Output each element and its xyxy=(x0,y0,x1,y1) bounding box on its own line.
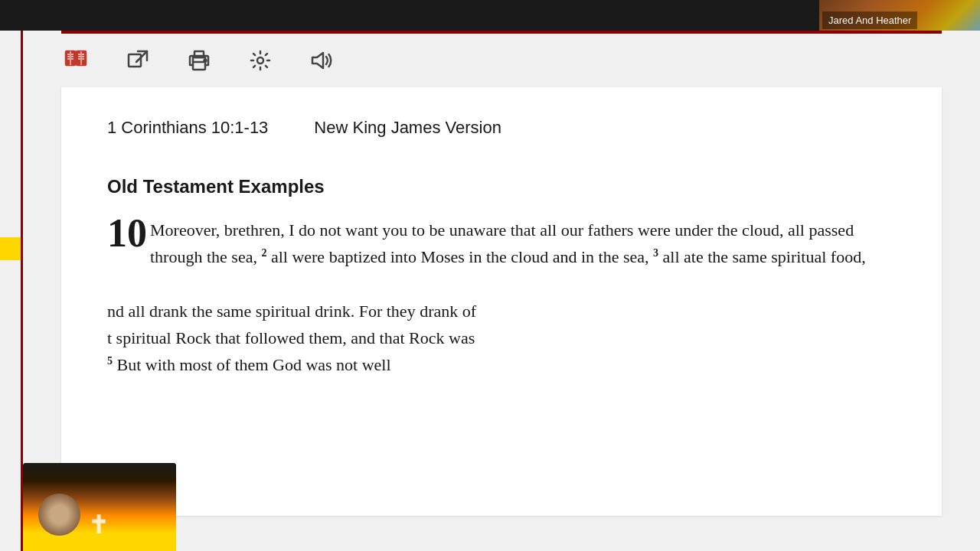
external-link-icon[interactable] xyxy=(122,45,153,76)
book-compare-icon[interactable] xyxy=(61,45,92,76)
verse-4b-text: t spiritual Rock that followed them, and… xyxy=(107,328,475,347)
section-title: Old Testament Examples xyxy=(107,176,896,197)
chapter-number: 10 xyxy=(107,214,147,253)
video-thumbnail: Jared And Heather xyxy=(819,0,980,31)
passage-reference: 1 Corinthians 10:1-13 xyxy=(107,118,268,138)
svg-rect-18 xyxy=(193,62,205,70)
svg-point-20 xyxy=(204,60,207,62)
svg-marker-22 xyxy=(312,53,323,68)
verse-2-text: all were baptized into Moses in the clou… xyxy=(266,247,648,266)
audio-icon[interactable] xyxy=(306,45,337,76)
verse-3-text: all ate the same spiritual food, xyxy=(658,247,866,266)
cross-icon: ✝ xyxy=(88,510,109,540)
participant-name: Jared And Heather xyxy=(822,11,917,29)
left-accent-bar xyxy=(0,31,23,551)
verse-content: 10Moreover, brethren, I do not want you … xyxy=(107,217,896,378)
document-area: 1 Corinthians 10:1-13 New King James Ver… xyxy=(61,87,942,516)
verse-4-text: nd all drank the same spiritual drink. F… xyxy=(107,302,476,321)
yellow-indicator xyxy=(0,237,21,260)
bottom-video-overlay: ✝ xyxy=(23,463,176,551)
svg-rect-19 xyxy=(194,51,204,57)
bible-version: New King James Version xyxy=(314,118,501,138)
print-icon[interactable] xyxy=(184,45,214,76)
video-avatar xyxy=(38,494,80,536)
verse-3-sup: 3 xyxy=(653,247,658,259)
top-bar: Jared And Heather xyxy=(0,0,980,31)
bottom-video-background: ✝ xyxy=(23,463,176,551)
settings-icon[interactable] xyxy=(245,45,276,76)
verse-5-sup: 5 xyxy=(107,355,113,367)
verse-5-text: But with most of them God was not well xyxy=(113,355,391,374)
toolbar xyxy=(23,34,980,87)
svg-point-21 xyxy=(257,57,263,64)
passage-header: 1 Corinthians 10:1-13 New King James Ver… xyxy=(107,118,896,138)
